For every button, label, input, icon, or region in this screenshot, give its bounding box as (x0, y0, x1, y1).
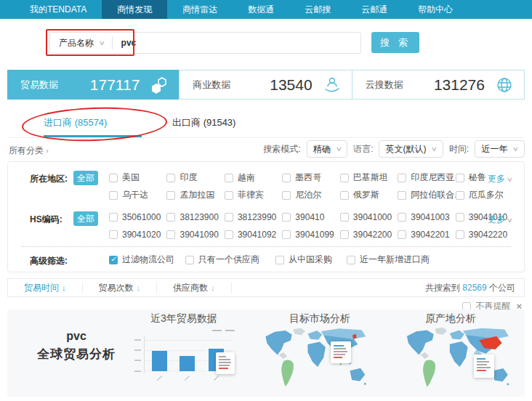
search-button[interactable]: 搜 索 (371, 32, 419, 53)
region-checkbox[interactable]: 尼泊尔 (282, 189, 336, 201)
checkbox-checked-icon (109, 256, 118, 264)
filter-card: 所在地区: 全部 美国 印度 越南 墨西哥 巴基斯坦 印度尼西亚 秘鲁 乌干达 … (7, 161, 525, 272)
checkbox-icon (166, 230, 175, 239)
hs-checkbox[interactable]: 38123900 (166, 212, 221, 222)
nav-item-cloud-mail-search[interactable]: 云邮搜 (289, 0, 346, 19)
region-row-1: 美国 印度 越南 墨西哥 巴基斯坦 印度尼西亚 秘鲁 (109, 171, 510, 185)
stat-business-data[interactable]: 商业数据 13540 (180, 70, 352, 99)
checkbox-icon (456, 230, 464, 239)
region-checkbox[interactable]: 巴基斯坦 (340, 171, 395, 184)
advanced-checkbox-new-importers[interactable]: 近一年新增进口商 (347, 254, 430, 266)
stat-label: 商业数据 (193, 78, 230, 92)
hs-checkbox[interactable]: 39042220 (456, 230, 510, 240)
region-checkbox[interactable]: 厄瓜多尔 (456, 189, 510, 201)
hs-checkbox[interactable]: 39042200 (340, 230, 395, 240)
hs-checkbox[interactable]: 390410 (282, 212, 336, 222)
checkbox-icon (340, 174, 349, 182)
nav-item-my-tendata[interactable]: 我的TENDATA (15, 0, 102, 19)
chart-legend (212, 330, 235, 331)
hs-checkbox[interactable]: 38123990 (225, 212, 279, 222)
time-select[interactable]: 近一年 ∨ (475, 140, 525, 158)
chart-y-axis (144, 336, 145, 373)
checkbox-icon (398, 191, 406, 200)
hs-more-link[interactable]: 更多 ∨ (488, 214, 512, 226)
map1-tooltip (331, 341, 351, 363)
search-mode-select[interactable]: 精确 ∨ (307, 140, 348, 158)
chevron-down-icon: ∨ (99, 39, 105, 46)
checkbox-icon (109, 213, 118, 222)
hs-checkbox[interactable]: 39041099 (282, 230, 336, 240)
hs-checkbox[interactable]: 35061000 (109, 212, 164, 222)
analysis-title-query: pvc (22, 330, 131, 343)
region-checkbox[interactable]: 阿拉伯联合... (398, 189, 452, 201)
region-more-link[interactable]: 更多 ∨ (488, 173, 512, 185)
tab-exporter-label: 出口商 (172, 117, 201, 128)
tab-importer[interactable]: 进口商 (85574) (44, 116, 107, 129)
hs-checkbox[interactable]: 39041000 (340, 212, 395, 222)
language-value: 英文(默认) (385, 143, 426, 155)
importer-exporter-tabs: 进口商 (85574) 出口商 (91543) (7, 109, 525, 138)
region-checkbox[interactable]: 美国 (109, 171, 164, 184)
checkbox-icon (109, 230, 118, 239)
stat-value: 131276 (403, 76, 495, 94)
tab-exporter[interactable]: 出口商 (91543) (172, 116, 235, 129)
region-checkbox[interactable]: 乌干达 (109, 189, 164, 201)
checkbox-icon (340, 191, 349, 200)
nav-item-data-pass[interactable]: 数据通 (233, 0, 289, 19)
checkbox-icon (225, 213, 233, 222)
region-checkbox[interactable]: 印度尼西亚 (398, 171, 452, 184)
advanced-checkbox-buy-from-china[interactable]: 从中国采购 (275, 254, 332, 266)
three-year-trade-bar-chart[interactable] (134, 330, 236, 397)
business-person-icon (323, 76, 342, 94)
chevron-down-icon: ∨ (507, 216, 513, 224)
chart-bar-1[interactable] (152, 351, 167, 371)
advanced-checkbox-single-supplier[interactable]: 只有一个供应商 (185, 254, 259, 266)
target-market-map[interactable] (262, 325, 367, 392)
time-label: 时间: (449, 143, 469, 155)
nav-item-cloud-mail-pass[interactable]: 云邮通 (346, 0, 403, 19)
checkbox-icon (398, 230, 406, 239)
nav-item-biz-radar[interactable]: 商情雷达 (167, 0, 233, 19)
stat-trade-data[interactable]: 贸易数据 177117 (7, 70, 180, 100)
hs-all-button[interactable]: 全部 (73, 211, 98, 226)
sort-by-supplier-count[interactable]: 供应商数↓ (157, 282, 232, 293)
sort-by-trade-count[interactable]: 贸易次数↓ (83, 282, 158, 293)
language-select[interactable]: 英文(默认) ∨ (379, 140, 443, 158)
sort-bar: 贸易时间↓ 贸易次数↓ 供应商数↓ 共搜索到 82569 个公司 (7, 278, 525, 297)
stat-cloud-search-data[interactable]: 云搜数据 131276 (352, 70, 524, 99)
checkbox-icon (340, 230, 349, 239)
all-categories-label: 所有分类 (9, 145, 44, 155)
region-all-button[interactable]: 全部 (73, 171, 98, 185)
region-checkbox[interactable]: 越南 (225, 171, 279, 184)
region-checkbox[interactable]: 墨西哥 (282, 171, 336, 184)
region-filter-label: 所在地区: (30, 173, 68, 185)
hs-checkbox[interactable]: 39041020 (109, 230, 164, 240)
checkbox-icon (166, 191, 175, 200)
stat-value: 13540 (230, 76, 322, 94)
hs-checkbox[interactable]: 39042201 (398, 230, 452, 240)
checkbox-icon (340, 213, 349, 222)
tab-exporter-count: (91543) (203, 117, 236, 128)
nav-item-biz-discovery[interactable]: 商情发现 (102, 0, 167, 19)
advanced-checkbox-filter-logistics[interactable]: 过滤物流公司 (109, 254, 174, 266)
hs-checkbox[interactable]: 39041003 (398, 212, 452, 222)
checkbox-icon (398, 213, 406, 222)
search-input[interactable]: 产品名称 ∨ pvc (49, 32, 361, 54)
hs-checkbox[interactable]: 39041090 (166, 230, 221, 240)
chart-bar-2[interactable] (180, 356, 195, 371)
search-field-selector[interactable]: 产品名称 ∨ (50, 33, 112, 53)
region-checkbox[interactable]: 印度 (166, 171, 221, 184)
sort-desc-arrow-icon: ↓ (211, 283, 215, 292)
nav-item-help-center[interactable]: 帮助中心 (403, 0, 468, 19)
region-checkbox[interactable]: 菲律宾 (225, 189, 279, 201)
sort-by-trade-time[interactable]: 贸易时间↓ (8, 282, 83, 293)
result-count: 82569 (462, 283, 486, 293)
region-checkbox[interactable]: 俄罗斯 (340, 189, 395, 201)
all-categories-link[interactable]: 所有分类 › (9, 145, 49, 157)
checkbox-icon (456, 174, 464, 182)
origin-analysis-map[interactable] (398, 325, 515, 392)
region-checkbox[interactable]: 孟加拉国 (166, 189, 221, 201)
hs-checkbox[interactable]: 39041092 (225, 230, 279, 240)
chevron-down-icon: ∨ (507, 176, 513, 183)
chevron-down-icon: ∨ (335, 145, 342, 153)
